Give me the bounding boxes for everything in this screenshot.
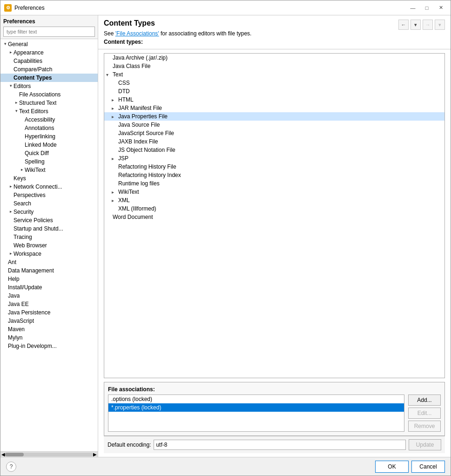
maximize-button[interactable]: □ (421, 3, 433, 13)
help-button[interactable]: ? (6, 462, 16, 472)
assoc-item-properties-locked[interactable]: *.properties (locked) (108, 403, 404, 412)
sidebar-item-java-ee[interactable]: Java EE (0, 300, 98, 308)
forward-dropdown-button[interactable]: ▾ (435, 20, 445, 30)
sidebar-item-java-persistence[interactable]: Java Persistence (0, 308, 98, 317)
type-label-word-document: Word Document (113, 214, 153, 220)
filter-input[interactable] (3, 27, 95, 37)
sidebar-item-network-connectivity[interactable]: Network Connecti... (0, 183, 98, 191)
sidebar-item-tracing[interactable]: Tracing (0, 233, 98, 241)
ok-button[interactable]: OK (375, 461, 409, 473)
sidebar-item-startup-shutdown[interactable]: Startup and Shutd... (0, 224, 98, 233)
sidebar-item-web-browser[interactable]: Web Browser (0, 241, 98, 250)
type-item-text[interactable]: Text (104, 70, 444, 79)
type-item-runtime-log[interactable]: Runtime log files (104, 179, 444, 188)
type-item-js-object-notation[interactable]: JS Object Notation File (104, 146, 444, 154)
back-dropdown-button[interactable]: ▾ (411, 20, 421, 30)
sidebar-item-text-editors[interactable]: Text Editors (0, 107, 98, 116)
type-label-refactoring-history: Refactoring History File (118, 163, 176, 170)
sidebar-item-javascript[interactable]: JavaScript (0, 317, 98, 325)
type-label-java-class-file: Java Class File (113, 63, 150, 69)
type-item-refactoring-history-index[interactable]: Refactoring History Index (104, 171, 444, 179)
scroll-left-btn[interactable]: ◀ (1, 452, 5, 457)
sidebar-item-spelling[interactable]: Spelling (0, 157, 98, 166)
sidebar-item-editors[interactable]: Editors (0, 82, 98, 90)
sidebar-label-mylyn: Mylyn (8, 334, 22, 341)
type-item-java-properties[interactable]: Java Properties File (104, 112, 444, 121)
sidebar-item-accessibility[interactable]: Accessibility (0, 116, 98, 124)
sidebar-item-security[interactable]: Security (0, 208, 98, 216)
type-item-java-class-file[interactable]: Java Class File (104, 62, 444, 70)
type-item-java-archive[interactable]: Java Archive (.jar/.zip) (104, 54, 444, 62)
type-item-jaxb-index[interactable]: JAXB Index File (104, 137, 444, 146)
cancel-button[interactable]: Cancel (411, 461, 445, 473)
sidebar-label-data-management: Data Management (8, 267, 54, 274)
sidebar-label-ant: Ant (8, 259, 16, 265)
forward-button[interactable]: → (423, 20, 433, 30)
edit-button[interactable]: Edit... (408, 408, 441, 419)
sidebar-label-java-ee: Java EE (8, 301, 29, 307)
sidebar-item-workspace[interactable]: Workspace (0, 250, 98, 258)
title-bar: ⚙ Preferences — □ ✕ (0, 0, 451, 15)
type-item-java-source[interactable]: Java Source File (104, 121, 444, 129)
type-item-html[interactable]: HTML (104, 95, 444, 104)
sidebar: Preferences GeneralAppearanceCapabilitie… (0, 15, 98, 457)
chevron-wikitext (19, 167, 25, 173)
encoding-label: Default encoding: (108, 442, 151, 448)
type-item-wikitext-type[interactable]: WikiText (104, 188, 444, 196)
file-assoc-link[interactable]: 'File Associations' (115, 30, 159, 37)
sidebar-item-capabilities[interactable]: Capabilities (0, 57, 98, 65)
sidebar-scrollbar[interactable]: ◀ ▶ (0, 451, 98, 457)
type-item-xml-illformed[interactable]: XML (Illformed) (104, 204, 444, 213)
sidebar-title: Preferences (3, 17, 95, 27)
sidebar-item-help[interactable]: Help (0, 275, 98, 283)
type-item-jar-manifest[interactable]: JAR Manifest File (104, 104, 444, 112)
sidebar-item-search[interactable]: Search (0, 199, 98, 208)
minimize-button[interactable]: — (407, 3, 419, 13)
encoding-input[interactable] (154, 440, 406, 450)
sidebar-item-annotations[interactable]: Annotations (0, 124, 98, 132)
sidebar-item-mylyn[interactable]: Mylyn (0, 333, 98, 342)
sidebar-item-compare-patch[interactable]: Compare/Patch (0, 65, 98, 74)
types-list[interactable]: Java Archive (.jar/.zip)Java Class FileT… (104, 53, 445, 378)
type-item-xml[interactable]: XML (104, 196, 444, 204)
sidebar-item-content-types[interactable]: Content Types (0, 74, 98, 82)
sidebar-item-maven[interactable]: Maven (0, 325, 98, 333)
assoc-item-options-locked[interactable]: .options (locked) (108, 395, 404, 403)
type-item-dtd[interactable]: DTD (104, 87, 444, 95)
back-button[interactable]: ← (398, 20, 409, 30)
sidebar-item-hyperlinking[interactable]: Hyperlinking (0, 132, 98, 141)
remove-button[interactable]: Remove (408, 421, 441, 432)
content-header: Content Types ← ▾ → ▾ See 'File Associat… (98, 15, 451, 49)
sidebar-item-appearance[interactable]: Appearance (0, 48, 98, 57)
sidebar-item-perspectives[interactable]: Perspectives (0, 191, 98, 199)
update-button[interactable]: Update (409, 439, 441, 450)
sidebar-item-data-management[interactable]: Data Management (0, 266, 98, 275)
close-button[interactable]: ✕ (435, 3, 447, 13)
type-item-jsp[interactable]: JSP (104, 154, 444, 163)
window-title: Preferences (14, 5, 407, 11)
type-item-word-document[interactable]: Word Document (104, 213, 444, 221)
main-content: Preferences GeneralAppearanceCapabilitie… (0, 15, 451, 457)
sidebar-item-install-update[interactable]: Install/Update (0, 283, 98, 292)
sidebar-item-ant[interactable]: Ant (0, 258, 98, 266)
type-item-refactoring-history[interactable]: Refactoring History File (104, 163, 444, 171)
scroll-right-btn[interactable]: ▶ (93, 452, 97, 457)
sidebar-item-quick-diff[interactable]: Quick Diff (0, 149, 98, 157)
type-item-javascript-source[interactable]: JavaScript Source File (104, 129, 444, 137)
sidebar-item-structured-text[interactable]: Structured Text (0, 99, 98, 107)
sidebar-item-java[interactable]: Java (0, 292, 98, 300)
sidebar-label-perspectives: Perspectives (13, 192, 46, 198)
sidebar-item-file-associations[interactable]: File Associations (0, 90, 98, 99)
sidebar-item-keys[interactable]: Keys (0, 174, 98, 183)
sidebar-label-network-connectivity: Network Connecti... (13, 184, 62, 190)
sidebar-label-plug-in-dev: Plug-in Developm... (8, 343, 57, 349)
sidebar-item-wikitext[interactable]: WikiText (0, 166, 98, 174)
sidebar-item-service-policies[interactable]: Service Policies (0, 216, 98, 224)
add-button[interactable]: Add... (408, 394, 441, 406)
scrollbar-thumb (5, 453, 24, 456)
sidebar-item-general[interactable]: General (0, 40, 98, 48)
chevron-general (2, 41, 8, 47)
sidebar-item-plug-in-dev[interactable]: Plug-in Developm... (0, 342, 98, 350)
type-item-css[interactable]: CSS (104, 79, 444, 87)
sidebar-item-linked-mode[interactable]: Linked Mode (0, 141, 98, 149)
